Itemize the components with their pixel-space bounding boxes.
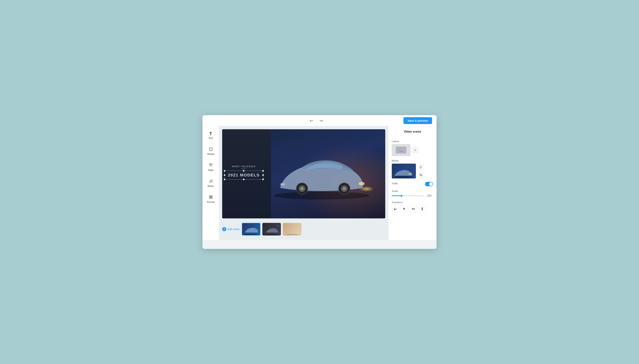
handle-mr[interactable] (262, 174, 264, 176)
transform-flip-v-button[interactable] (401, 205, 408, 213)
media-row (392, 164, 433, 178)
text-icon: T (209, 132, 212, 136)
sidebar-item-format-label: Format (207, 200, 214, 203)
add-scene-label: Add scene (227, 228, 240, 231)
format-icon (209, 195, 213, 200)
scale-slider[interactable] (392, 195, 424, 196)
selected-text-box[interactable]: 2021 MODELS (224, 171, 263, 180)
scene-thumb-1[interactable] (242, 223, 260, 236)
refresh-icon (419, 166, 422, 169)
models-text: 2021 MODELS (228, 173, 260, 177)
svg-point-14 (300, 187, 304, 190)
overlay-text-area: NEWLY RELEASED 2021 MODELS (224, 165, 263, 180)
sidebar-item-style[interactable]: Style (204, 161, 218, 174)
layout-dropdown[interactable]: ∨ (412, 147, 418, 153)
svg-rect-31 (414, 208, 414, 210)
scene-thumb-3[interactable] (283, 223, 301, 236)
audio-section: Audio (392, 182, 433, 186)
svg-rect-7 (209, 196, 211, 197)
save-preview-button[interactable]: Save & preview (404, 117, 432, 124)
svg-point-18 (359, 182, 365, 186)
sidebar-item-style-label: Style (208, 169, 214, 172)
sidebar-divider-4 (205, 191, 216, 191)
align-middle-icon (420, 207, 424, 211)
scene-thumb-2[interactable]: ··· (262, 223, 281, 236)
handle-tl[interactable] (224, 170, 225, 172)
transform-align-center-button[interactable] (410, 205, 417, 213)
audio-label: Audio (392, 182, 398, 185)
transform-align-middle-button[interactable] (418, 205, 426, 213)
scale-row: 26% (392, 194, 433, 198)
scale-thumb[interactable] (400, 194, 403, 197)
app-container: ↩ ↪ Save & preview T Text Sticker (202, 115, 436, 249)
handle-br[interactable] (262, 179, 264, 180)
svg-rect-8 (211, 196, 212, 197)
media-label: Media (392, 159, 433, 162)
main-layout: T Text Sticker (202, 126, 436, 240)
svg-point-0 (209, 148, 212, 151)
header: ↩ ↪ Save & preview (202, 115, 436, 126)
sidebar-item-format[interactable]: Format (204, 193, 218, 206)
svg-point-5 (210, 182, 210, 182)
panel-title: Video scene (392, 130, 433, 136)
sidebar-item-text-label: Text (208, 137, 213, 140)
svg-rect-9 (209, 197, 211, 198)
svg-point-28 (408, 173, 412, 175)
layout-label: Layout (392, 140, 433, 143)
audio-toggle[interactable] (425, 182, 433, 186)
svg-rect-1 (209, 164, 211, 165)
thumb-car-svg-3 (283, 223, 301, 236)
thumb-car-svg-1 (242, 223, 260, 236)
scene-thumbnails: ··· (242, 223, 301, 236)
sidebar-item-music-label: Music (208, 184, 214, 188)
handle-tm[interactable] (243, 170, 244, 172)
sidebar-item-sticker[interactable]: Sticker (204, 145, 218, 158)
layout-thumb-inner (396, 146, 406, 154)
sticker-icon (209, 147, 213, 152)
bottom-strip: + Add scene ··· (222, 221, 385, 237)
scale-value: 26% (426, 194, 433, 198)
svg-point-27 (394, 176, 413, 178)
style-icon (209, 163, 213, 168)
media-refresh-button[interactable] (418, 164, 424, 170)
media-thumb-svg (392, 164, 416, 178)
handle-bl[interactable] (224, 179, 225, 180)
scale-section: Scale 26% (392, 190, 433, 198)
layout-row: ∨ (392, 144, 433, 156)
transform-flip-h-button[interactable] (392, 205, 399, 213)
left-sidebar: T Text Sticker (202, 126, 219, 240)
sidebar-item-text[interactable]: T Text (204, 129, 218, 142)
right-panel: Video scene Layout ∨ Media (388, 126, 436, 240)
undo-button[interactable]: ↩ (308, 118, 314, 124)
layout-thumbnail[interactable] (392, 144, 410, 156)
crop-icon (419, 173, 422, 176)
media-actions (418, 164, 424, 178)
media-section: Media (392, 159, 433, 178)
handle-ml[interactable] (224, 174, 225, 176)
align-center-icon (412, 207, 415, 211)
newly-released-label: NEWLY RELEASED (224, 165, 263, 168)
transform-row (392, 205, 433, 213)
scale-label: Scale (392, 190, 433, 192)
transform-section: Transform (392, 201, 433, 213)
transform-label: Transform (392, 201, 433, 204)
sidebar-item-sticker-label: Sticker (207, 153, 214, 156)
svg-rect-30 (412, 208, 413, 210)
svg-rect-10 (211, 197, 212, 198)
svg-point-11 (274, 192, 369, 200)
sidebar-item-music[interactable]: Music (204, 177, 218, 190)
svg-point-4 (212, 164, 212, 165)
handle-tr[interactable] (262, 170, 264, 172)
redo-button[interactable]: ↪ (318, 118, 324, 124)
flip-v-icon (402, 207, 406, 211)
layout-section: Layout ∨ (392, 140, 433, 156)
add-scene-icon: + (222, 227, 226, 231)
canvas-car-visual (271, 129, 385, 218)
thumb-dots-2: ··· (277, 224, 280, 227)
header-center: ↩ ↪ (308, 118, 324, 124)
svg-rect-24 (283, 223, 301, 236)
media-crop-button[interactable] (418, 172, 424, 178)
car-svg (267, 145, 376, 207)
handle-bm[interactable] (243, 179, 244, 180)
add-scene-button[interactable]: + Add scene (222, 227, 240, 231)
